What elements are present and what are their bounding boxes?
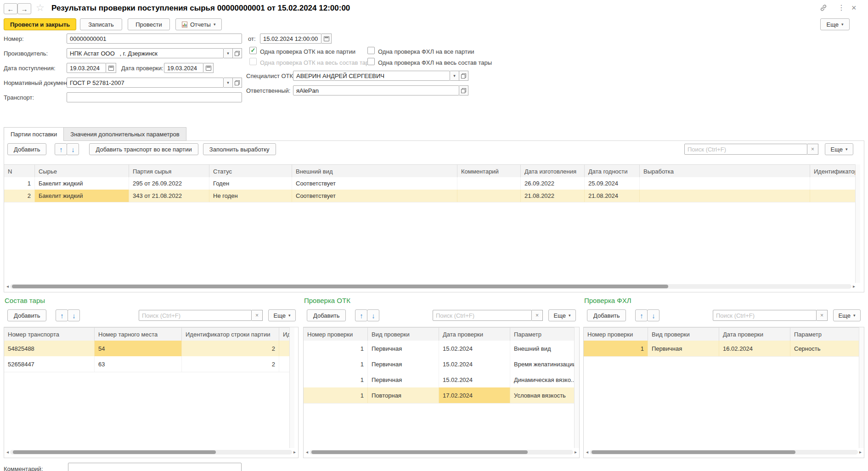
tare-vertical-scrollbar[interactable] [289,327,294,448]
doc-date-input[interactable] [260,34,321,44]
number-input[interactable] [67,34,242,44]
fhl-search-input[interactable] [713,310,817,321]
column-header[interactable]: Идентификатор строки партии [182,328,279,341]
transport-input[interactable] [67,92,242,102]
normative-doc-dropdown-button[interactable]: ▾ [224,78,233,88]
scrollbar-thumb[interactable] [13,450,216,454]
scroll-right-icon[interactable]: ▸ [853,284,855,289]
responsible-open-button[interactable] [459,85,468,95]
check-date-input[interactable] [164,63,203,73]
otk-specialist-open-button[interactable] [459,71,468,81]
manufacturer-input[interactable] [67,48,224,58]
batches-move-down-button[interactable]: ↓ [67,143,79,155]
column-header[interactable]: N [4,165,35,178]
table-row-selected[interactable]: 2 Бакелит жидкий 343 от 21.08.2022 Не го… [4,190,855,202]
otk-move-up-button[interactable]: ↑ [355,309,367,321]
tare-more-button[interactable]: Еще▾ [268,309,296,321]
fhl-add-button[interactable]: Добавить [587,309,626,321]
scrollbar-thumb[interactable] [12,285,668,288]
back-button[interactable]: ← [4,3,17,14]
link-icon[interactable] [819,4,828,13]
otk-add-button[interactable]: Добавить [307,309,346,321]
tab-batches[interactable]: Партии поставки [4,127,64,141]
fill-output-button[interactable]: Заполнить выработку [203,143,276,155]
checkbox-fhl-all-tare[interactable]: ✓ [367,58,375,65]
column-header[interactable]: Номер проверки [584,328,648,341]
add-transport-all-batches-button[interactable]: Добавить транспорт во все партии [89,143,198,155]
scroll-left-icon[interactable]: ◂ [586,450,588,454]
batches-more-button[interactable]: Еще▾ [825,143,853,155]
tare-horizontal-scrollbar[interactable]: ◂ ▸ [6,449,296,455]
table-row-selected[interactable]: 1 Первичная 16.02.2024 Серность [584,341,859,357]
column-header[interactable]: Сырье [35,165,129,178]
fhl-move-down-button[interactable]: ↓ [647,309,659,321]
fhl-move-up-button[interactable]: ↑ [635,309,648,321]
receipt-date-input[interactable] [67,63,106,73]
column-header[interactable]: Дата проверки [719,328,790,341]
forward-button[interactable]: → [17,3,31,14]
otk-search-input[interactable] [433,310,532,321]
table-row[interactable]: 1 Первичная 15.02.2024 Внешний вид [304,341,574,357]
otk-vertical-scrollbar[interactable] [574,327,579,448]
receipt-date-calendar-button[interactable] [106,63,116,73]
scroll-right-icon[interactable]: ▸ [293,450,296,454]
write-button[interactable]: Записать [80,18,122,30]
otk-search-clear-button[interactable]: × [532,310,543,321]
fhl-search-clear-button[interactable]: × [817,310,828,321]
window-more-button[interactable]: Еще▾ [820,18,850,30]
favorite-star-icon[interactable]: ☆ [36,2,45,13]
checkbox-otk-all-batches-label[interactable]: Одна проверка ОТК на все партии [260,48,355,55]
table-row-selected[interactable]: 1 Повторная 17.02.2024 Условная вязкость [304,387,574,404]
fhl-vertical-scrollbar[interactable] [859,327,864,448]
column-header[interactable]: Внешний вид [292,165,457,178]
manufacturer-open-button[interactable] [233,48,242,58]
column-header[interactable]: Номер тарного места [95,328,182,341]
checkbox-otk-all-batches[interactable]: ✓ [249,47,257,54]
column-header[interactable]: Статус [209,165,292,178]
otk-move-down-button[interactable]: ↓ [367,309,379,321]
reports-button[interactable]: Отчеты ▾ [175,18,222,30]
column-header[interactable]: Комментарий [457,165,521,178]
normative-doc-open-button[interactable] [233,78,242,88]
table-row-selected[interactable]: 54825488 54 2 [4,341,293,357]
column-header[interactable]: Номер проверки [304,328,368,341]
table-row[interactable]: 1 Первичная 15.02.2024 Время желатинизац… [304,356,574,372]
doc-date-calendar-button[interactable] [321,34,332,44]
column-header[interactable]: Вид проверки [368,328,439,341]
column-header[interactable]: Номер транспорта [4,328,95,341]
otk-specialist-input[interactable] [293,71,450,81]
tare-add-button[interactable]: Добавить [7,309,46,321]
scroll-left-icon[interactable]: ◂ [306,450,308,454]
batches-add-button[interactable]: Добавить [7,143,46,155]
post-button[interactable]: Провести [128,18,170,30]
otk-more-button[interactable]: Еще▾ [548,309,576,321]
tare-search-input[interactable] [139,310,252,321]
column-header[interactable]: Дата годности [585,165,640,178]
batches-vertical-scrollbar[interactable] [855,164,860,283]
tab-extra-params[interactable]: Значения дополнительных параметров [63,127,186,141]
close-icon[interactable]: × [851,4,857,12]
batches-search-input[interactable] [684,144,807,155]
fhl-horizontal-scrollbar[interactable]: ◂ ▸ [586,449,862,455]
batches-search-clear-button[interactable]: × [807,144,818,155]
checkbox-fhl-all-tare-label[interactable]: Одна проверка ФХЛ на весь состав тары [378,59,492,66]
scroll-left-icon[interactable]: ◂ [6,450,9,454]
kebab-menu-icon[interactable]: ⋮ [838,4,845,11]
scrollbar-thumb[interactable] [592,450,795,454]
column-header[interactable]: Параметр [510,328,574,341]
column-header[interactable]: Партия сырья [129,165,209,178]
batches-horizontal-scrollbar[interactable]: ◂ ▸ [6,283,855,290]
scroll-left-icon[interactable]: ◂ [6,284,9,289]
table-row[interactable]: 52658447 63 2 [4,356,293,372]
scroll-right-icon[interactable]: ▸ [575,450,577,454]
scroll-right-icon[interactable]: ▸ [859,450,862,454]
post-and-close-button[interactable]: Провести и закрыть [4,18,76,30]
tare-move-up-button[interactable]: ↑ [56,309,68,321]
fhl-more-button[interactable]: Еще▾ [833,309,861,321]
check-date-calendar-button[interactable] [203,63,214,73]
table-row[interactable]: 1 Первичная 15.02.2024 Динамическая вязк… [304,372,574,388]
comment-input[interactable] [68,463,242,471]
checkbox-fhl-all-batches-label[interactable]: Одна проверка ФХЛ на все партии [378,48,474,55]
column-header[interactable]: Дата изготовления [521,165,585,178]
column-header[interactable]: Вид проверки [648,328,719,341]
